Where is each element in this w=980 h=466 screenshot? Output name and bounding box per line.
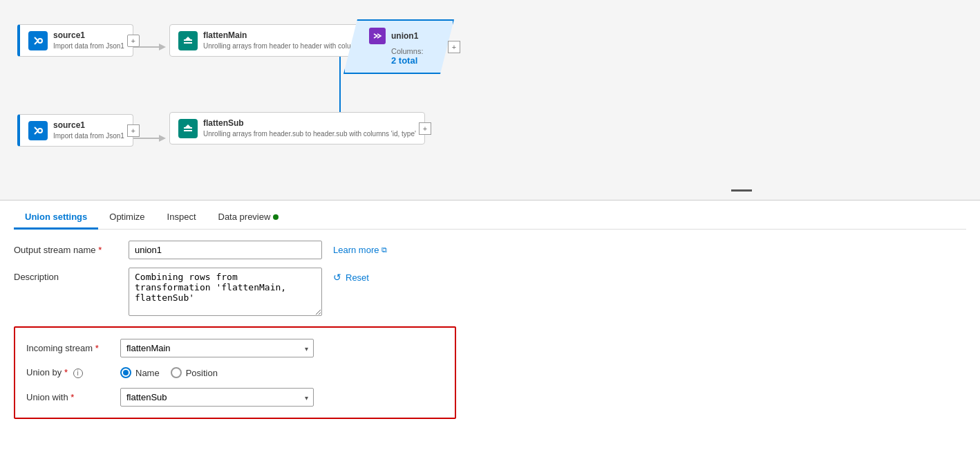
flatten-sub-icon <box>178 119 198 138</box>
union-with-select-wrapper: flattenMain flattenSub ▾ <box>120 388 314 407</box>
union1-node: union1 Columns: 2 total + <box>343 19 454 74</box>
tab-optimize[interactable]: Optimize <box>98 206 156 230</box>
incoming-stream-label: Incoming stream * <box>26 343 109 353</box>
union-with-row: Union with * flattenMain flattenSub ▾ <box>26 388 444 407</box>
union-by-label: Union by * i <box>26 367 109 378</box>
incoming-stream-row: Incoming stream * flattenMain flattenSub… <box>26 339 444 357</box>
tab-inspect[interactable]: Inspect <box>156 206 207 230</box>
source1-top-plus[interactable]: + <box>127 35 140 47</box>
flattenSub-plus[interactable]: + <box>419 122 431 135</box>
radio-name-option[interactable]: Name <box>120 367 160 378</box>
pipeline-canvas: source1 Import data from Json1 + flatten… <box>0 0 980 201</box>
union-icon <box>369 28 386 44</box>
union1-label: union1 <box>391 31 418 41</box>
output-stream-row: Output stream name * Learn more ⧉ <box>14 241 966 259</box>
minimize-handle[interactable] <box>731 189 752 192</box>
source1-bottom-sub: Import data from Json1 <box>53 131 124 140</box>
source1-bottom-label: source1 <box>53 120 124 130</box>
union-with-label: Union with * <box>26 392 109 402</box>
reset-icon: ↺ <box>333 272 341 283</box>
radio-position-option[interactable]: Position <box>171 367 218 378</box>
source-icon-top <box>28 31 48 50</box>
output-stream-label: Output stream name * <box>14 241 117 255</box>
source1-top-label: source1 <box>53 30 124 40</box>
tab-data-preview[interactable]: Data preview <box>207 206 290 230</box>
settings-panel: Union settings Optimize Inspect Data pre… <box>0 201 980 430</box>
svg-rect-9 <box>184 39 192 41</box>
tabs-bar: Union settings Optimize Inspect Data pre… <box>14 201 966 230</box>
flattenSub-node: flattenSub Unrolling arrays from header.… <box>169 112 425 145</box>
source-icon-bottom <box>28 121 48 140</box>
source1-bottom-node: source1 Import data from Json1 + <box>17 114 133 147</box>
source1-bottom-plus[interactable]: + <box>127 124 140 137</box>
output-stream-input[interactable] <box>129 241 322 259</box>
reset-button[interactable]: ↺ Reset <box>333 272 369 283</box>
external-link-icon: ⧉ <box>381 245 387 254</box>
incoming-stream-select-wrapper: flattenMain flattenSub ▾ <box>120 339 314 357</box>
data-preview-dot <box>273 214 279 220</box>
radio-name-circle <box>120 367 131 378</box>
connector-lines <box>0 0 980 200</box>
incoming-stream-select[interactable]: flattenMain flattenSub <box>120 339 314 357</box>
radio-position-circle <box>171 367 182 378</box>
svg-rect-10 <box>184 42 192 44</box>
union-by-row: Union by * i Name Position <box>26 367 444 378</box>
source1-top-node: source1 Import data from Json1 + <box>17 24 133 57</box>
svg-rect-13 <box>184 130 192 131</box>
svg-rect-12 <box>184 127 192 129</box>
description-textarea[interactable]: Combining rows from transformation 'flat… <box>129 268 322 316</box>
learn-more-link[interactable]: Learn more ⧉ <box>333 245 387 255</box>
form-area: Output stream name * Learn more ⧉ Descri… <box>14 230 966 430</box>
description-label: Description <box>14 268 117 282</box>
svg-point-11 <box>38 129 42 133</box>
flattenSub-sub: Unrolling arrays from header.sub to head… <box>203 129 416 138</box>
union-by-info-icon[interactable]: i <box>73 369 83 378</box>
union-by-radio-group: Name Position <box>120 367 218 378</box>
union1-plus[interactable]: + <box>448 41 460 53</box>
description-row: Description Combining rows from transfor… <box>14 268 966 318</box>
union-config-box: Incoming stream * flattenMain flattenSub… <box>14 326 456 419</box>
side-actions-top: Learn more ⧉ <box>333 241 387 255</box>
svg-marker-1 <box>159 44 166 50</box>
flatten-main-icon <box>178 31 198 50</box>
svg-marker-5 <box>159 135 166 142</box>
source1-top-sub: Import data from Json1 <box>53 41 124 50</box>
svg-point-8 <box>38 39 42 43</box>
tab-union-settings[interactable]: Union settings <box>14 206 98 230</box>
union1-columns-value: 2 total <box>391 55 439 66</box>
union-with-select[interactable]: flattenMain flattenSub <box>120 388 314 407</box>
flattenSub-label: flattenSub <box>203 118 416 128</box>
union1-columns-label: Columns: <box>391 47 439 55</box>
